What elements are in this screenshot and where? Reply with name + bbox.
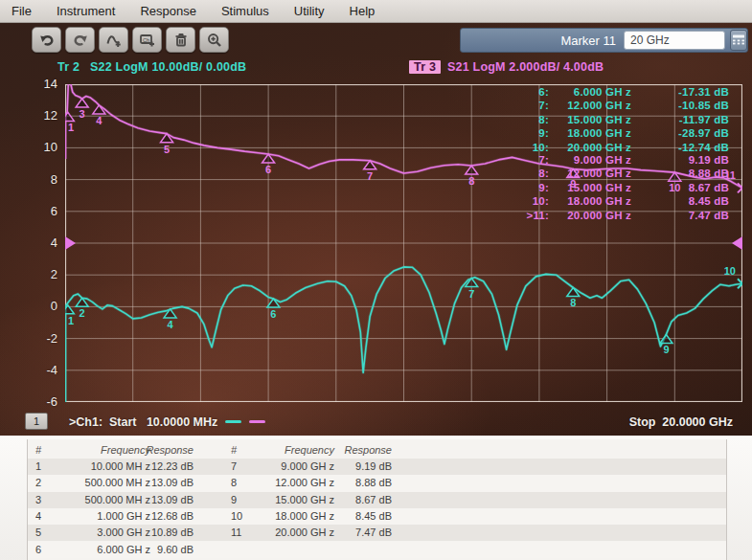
trace2-header[interactable]: Tr 2 S22 LogM 10.00dB/ 0.00dB bbox=[57, 60, 246, 74]
readout-frequency: 12.000 GH z bbox=[549, 99, 631, 112]
menu-item-utility[interactable]: Utility bbox=[294, 4, 325, 18]
readout-row: 8:12.000 GH z8.88 dB bbox=[522, 167, 729, 180]
trace3-header[interactable]: Tr 3 S21 LogM 2.000dB/ 4.00dB bbox=[409, 60, 604, 74]
marker-frequency-cell: 18.000 GH z bbox=[246, 508, 334, 525]
zoom-icon bbox=[206, 32, 223, 49]
readout-marker-number: 7: bbox=[522, 99, 549, 112]
marker-response-cell: 13.09 dB bbox=[141, 492, 194, 508]
menu-item-help[interactable]: Help bbox=[350, 4, 376, 18]
marker-number: 10 bbox=[724, 265, 736, 277]
marker-triangle bbox=[65, 112, 74, 121]
y-axis-label: 8 bbox=[2, 172, 57, 187]
marker-number: 4 bbox=[168, 319, 174, 330]
readout-marker-number: 9: bbox=[522, 126, 549, 140]
marker-response-cell: 7.47 dB bbox=[336, 525, 392, 541]
y-axis-label: -2 bbox=[2, 331, 57, 346]
readout-row: >11:20.000 GH z7.47 dB bbox=[522, 209, 729, 222]
marker-number: 3 bbox=[80, 108, 85, 120]
marker-response-cell: 13.09 dB bbox=[141, 475, 194, 491]
y-axis-label: -4 bbox=[2, 363, 57, 377]
marker-number: 5 bbox=[164, 144, 170, 155]
trace2-marker-readout: 6:6.000 GH z-17.31 dB7:12.000 GH z-10.85… bbox=[522, 85, 729, 154]
keypad-button[interactable] bbox=[730, 30, 747, 51]
marker-frequency-cell: 15.000 GH z bbox=[246, 492, 334, 508]
toolbar-button-add-channel[interactable]: Ch bbox=[132, 27, 162, 53]
menu-bar: FileInstrumentResponseStimulusUtilityHel… bbox=[0, 0, 752, 23]
readout-frequency: 6.000 GH z bbox=[549, 85, 631, 99]
readout-value: -12.74 dB bbox=[631, 141, 729, 154]
trace-glow bbox=[65, 267, 742, 402]
trace3-description: S21 LogM 2.000dB/ 4.00dB bbox=[447, 60, 604, 74]
readout-value: -11.97 dB bbox=[631, 113, 729, 126]
y-axis-label: 12 bbox=[2, 108, 57, 123]
channel-1-button[interactable]: 1 bbox=[25, 413, 48, 430]
readout-value: -10.85 dB bbox=[631, 99, 729, 112]
trace3-color-key bbox=[249, 420, 265, 423]
toolbar-button-add-trace[interactable] bbox=[99, 27, 128, 53]
marker-number: 1 bbox=[68, 122, 74, 133]
marker-frequency-cell: 12.000 GH z bbox=[246, 475, 334, 491]
y-axis-label: 0 bbox=[2, 299, 57, 313]
toolbar-button-redo[interactable] bbox=[65, 27, 95, 53]
marker-response-cell: 8.88 dB bbox=[336, 475, 392, 491]
marker-triangle bbox=[76, 99, 88, 107]
marker-frequency-cell: 6.000 GH z bbox=[47, 542, 150, 558]
toolbar-button-undo[interactable] bbox=[32, 27, 61, 53]
marker-response-cell: 8.45 dB bbox=[336, 508, 392, 525]
marker-number: 4 bbox=[96, 115, 103, 126]
readout-marker-number: 6: bbox=[522, 85, 549, 99]
marker-response-cell: 9.19 dB bbox=[336, 459, 392, 475]
readout-frequency: 18.000 GH z bbox=[549, 194, 631, 208]
ref-level-arrow-left bbox=[65, 236, 76, 250]
marker-table-row: 53.000 GH z10.89 dB1120.000 GH z7.47 dB bbox=[28, 525, 726, 541]
readout-row: 7:12.000 GH z-10.85 dB bbox=[522, 99, 729, 112]
marker-number: 6 bbox=[265, 164, 271, 175]
readout-value: 8.88 dB bbox=[631, 167, 729, 180]
marker-number: 7 bbox=[367, 170, 373, 182]
y-axis-label: 4 bbox=[2, 235, 57, 250]
marker-table-row: 41.000 GH z12.68 dB1018.000 GH z8.45 dB bbox=[28, 508, 726, 525]
keypad-icon bbox=[731, 34, 746, 47]
marker-number: 8 bbox=[570, 297, 576, 308]
marker-number: 9 bbox=[663, 344, 669, 355]
y-axis-label: 6 bbox=[2, 204, 57, 218]
marker-frequency-cell: 500.000 MH z bbox=[47, 492, 150, 508]
marker-table-row: 110.000 MH z12.23 dB79.000 GH z9.19 dB bbox=[28, 459, 726, 475]
toolbar-button-zoom[interactable] bbox=[199, 27, 229, 53]
menu-item-response[interactable]: Response bbox=[140, 4, 196, 18]
column-header: Response bbox=[141, 442, 194, 459]
menu-item-stimulus[interactable]: Stimulus bbox=[221, 4, 269, 18]
y-axis-label: -6 bbox=[2, 394, 57, 409]
readout-value: 8.67 dB bbox=[631, 181, 729, 194]
marker-table-row: 2500.000 MH z13.09 dB812.000 GH z8.88 dB bbox=[28, 475, 726, 491]
marker-frequency-cell: 3.000 GH z bbox=[47, 525, 150, 541]
marker-number: 7 bbox=[468, 288, 474, 300]
readout-row: 8:15.000 GH z-11.97 dB bbox=[522, 113, 729, 126]
readout-frequency: 9.000 GH z bbox=[549, 153, 631, 167]
readout-frequency: 15.000 GH z bbox=[549, 181, 631, 194]
trace2-description: S22 LogM 10.00dB/ 0.00dB bbox=[90, 60, 246, 74]
marker-response-cell: 9.60 dB bbox=[141, 542, 194, 558]
y-axis-label: 2 bbox=[2, 267, 57, 281]
menu-item-file[interactable]: File bbox=[11, 4, 32, 18]
readout-marker-number: 10: bbox=[522, 194, 549, 208]
ref-level-arrow-right bbox=[732, 236, 742, 250]
undo-icon bbox=[38, 32, 56, 49]
graph-footer: >Ch1: Start 10.0000 MHz Stop 20.0000 GHz bbox=[69, 414, 742, 430]
readout-marker-number: 8: bbox=[522, 113, 549, 126]
marker-frequency-input[interactable] bbox=[624, 31, 725, 50]
add-channel-icon: Ch bbox=[139, 32, 156, 49]
readout-frequency: 20.000 GH z bbox=[549, 141, 631, 154]
column-header: Frequency bbox=[47, 442, 150, 459]
marker-table-header-row: #FrequencyResponse#FrequencyResponse bbox=[28, 442, 726, 459]
readout-marker-number: >11: bbox=[522, 209, 549, 222]
marker-table-row: 66.000 GH z9.60 dB bbox=[28, 542, 726, 558]
menu-item-instrument[interactable]: Instrument bbox=[57, 4, 115, 18]
marker-response-cell: 8.67 dB bbox=[336, 492, 392, 508]
toolbar-button-delete[interactable] bbox=[166, 27, 195, 53]
column-header: Response bbox=[336, 442, 392, 459]
marker-table-panel: #FrequencyResponse#FrequencyResponse110.… bbox=[0, 436, 752, 560]
readout-frequency: 15.000 GH z bbox=[549, 113, 631, 126]
readout-frequency: 18.000 GH z bbox=[549, 126, 631, 140]
marker-frequency-cell: 9.000 GH z bbox=[246, 459, 334, 475]
